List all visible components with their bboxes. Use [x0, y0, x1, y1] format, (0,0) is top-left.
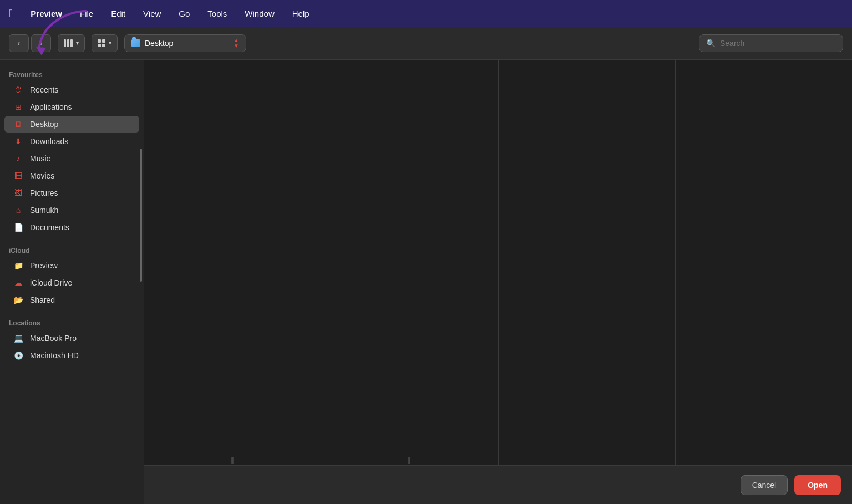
laptop-icon: 💻: [13, 333, 23, 343]
location-stepper[interactable]: ▲ ▼: [234, 38, 239, 49]
sidebar-item-pictures[interactable]: 🖼 Pictures: [4, 185, 139, 201]
sidebar: Favourites ⏱ Recents ⊞ Applications 🖥 De…: [0, 60, 144, 504]
favourites-section-title: Favourites: [0, 67, 144, 81]
search-icon: 🔍: [706, 39, 716, 48]
sidebar-item-documents[interactable]: 📄 Documents: [4, 219, 139, 236]
columns-area: ‖ ‖: [144, 60, 852, 465]
sidebar-label-applications: Applications: [30, 103, 72, 111]
menu-window[interactable]: Window: [242, 8, 276, 19]
search-input[interactable]: [720, 39, 836, 48]
column-3: [499, 60, 676, 465]
locations-section-title: Locations: [0, 315, 144, 329]
grid-app-icon: ⊞: [13, 102, 23, 112]
grid-view-icon: [98, 39, 105, 47]
nav-buttons: ‹ ›: [9, 34, 51, 52]
view-grid-button[interactable]: ▾: [92, 34, 118, 52]
sidebar-item-recents[interactable]: ⏱ Recents: [4, 82, 139, 98]
menu-file[interactable]: File: [78, 8, 95, 19]
main-window: ‹ › ▾ ▾ Desktop ▲ ▼ 🔍: [0, 27, 852, 504]
columns-view-icon: [64, 39, 73, 47]
forward-button[interactable]: ›: [31, 34, 51, 52]
back-button[interactable]: ‹: [9, 34, 29, 52]
sidebar-scrollbar[interactable]: [140, 149, 142, 282]
cloud-icon: ☁: [13, 278, 23, 288]
bottom-bar: Cancel Open: [144, 465, 852, 504]
sidebar-label-recents: Recents: [30, 85, 58, 94]
location-bar[interactable]: Desktop ▲ ▼: [124, 34, 246, 52]
sidebar-item-music[interactable]: ♪ Music: [4, 150, 139, 167]
sidebar-label-icloud-drive: iCloud Drive: [30, 278, 72, 287]
shared-folder-icon: 📂: [13, 295, 23, 305]
column-2-resize-handle[interactable]: ‖: [404, 454, 415, 465]
film-icon: 🎞: [13, 171, 23, 181]
sidebar-label-movies: Movies: [30, 171, 54, 180]
menubar:  Preview File Edit View Go Tools Window…: [0, 0, 852, 27]
music-icon: ♪: [13, 154, 23, 164]
photo-icon: 🖼: [13, 188, 23, 198]
menu-help[interactable]: Help: [290, 8, 312, 19]
sidebar-label-documents: Documents: [30, 223, 69, 232]
sidebar-label-pictures: Pictures: [30, 189, 58, 197]
sidebar-item-icloud-drive[interactable]: ☁ iCloud Drive: [4, 274, 139, 291]
menu-go[interactable]: Go: [176, 8, 192, 19]
monitor-icon: 🖥: [13, 119, 23, 129]
downloads-icon: ⬇: [13, 136, 23, 146]
sidebar-item-desktop[interactable]: 🖥 Desktop: [4, 116, 139, 133]
column-1-resize-handle[interactable]: ‖: [227, 454, 238, 465]
sidebar-item-macintosh-hd[interactable]: 💿 Macintosh HD: [4, 347, 139, 364]
file-browser: ‖ ‖ Cancel Open: [144, 60, 852, 504]
chevron-down-icon2: ▾: [109, 40, 111, 46]
menu-edit[interactable]: Edit: [109, 8, 128, 19]
menu-tools[interactable]: Tools: [205, 8, 229, 19]
open-button[interactable]: Open: [794, 475, 841, 495]
sidebar-item-sumukh[interactable]: ⌂ Sumukh: [4, 202, 139, 218]
sidebar-label-downloads: Downloads: [30, 137, 68, 146]
drive-icon: 💿: [13, 350, 23, 360]
location-text: Desktop: [145, 39, 229, 48]
sidebar-label-macbook: MacBook Pro: [30, 334, 77, 343]
sidebar-label-icloud-preview: Preview: [30, 261, 58, 270]
column-1: ‖: [144, 60, 321, 465]
sidebar-item-downloads[interactable]: ⬇ Downloads: [4, 133, 139, 150]
sidebar-item-macbook[interactable]: 💻 MacBook Pro: [4, 330, 139, 347]
sidebar-label-sumukh: Sumukh: [30, 206, 58, 215]
chevron-down-icon: ▾: [76, 40, 79, 46]
sidebar-item-icloud-preview[interactable]: 📁 Preview: [4, 257, 139, 274]
column-4: [676, 60, 852, 465]
menu-view[interactable]: View: [141, 8, 163, 19]
sidebar-item-applications[interactable]: ⊞ Applications: [4, 99, 139, 115]
cancel-button[interactable]: Cancel: [741, 475, 788, 495]
clock-icon: ⏱: [13, 85, 23, 95]
content-area: Favourites ⏱ Recents ⊞ Applications 🖥 De…: [0, 60, 852, 504]
view-columns-button[interactable]: ▾: [58, 34, 85, 52]
sidebar-item-movies[interactable]: 🎞 Movies: [4, 167, 139, 184]
doc-icon: 📄: [13, 222, 23, 232]
sidebar-label-shared: Shared: [30, 296, 55, 304]
search-bar[interactable]: 🔍: [699, 34, 843, 52]
menu-preview[interactable]: Preview: [28, 8, 64, 19]
sidebar-label-desktop: Desktop: [30, 120, 58, 129]
sidebar-label-macintosh-hd: Macintosh HD: [30, 351, 79, 360]
icloud-folder-icon: 📁: [13, 261, 23, 271]
toolbar: ‹ › ▾ ▾ Desktop ▲ ▼ 🔍: [0, 27, 852, 60]
sidebar-label-music: Music: [30, 154, 50, 163]
apple-menu[interactable]: : [9, 7, 13, 20]
folder-icon: [131, 39, 140, 47]
sidebar-item-shared[interactable]: 📂 Shared: [4, 292, 139, 308]
icloud-section-title: iCloud: [0, 242, 144, 257]
column-2: ‖: [321, 60, 498, 465]
home-icon: ⌂: [13, 205, 23, 215]
